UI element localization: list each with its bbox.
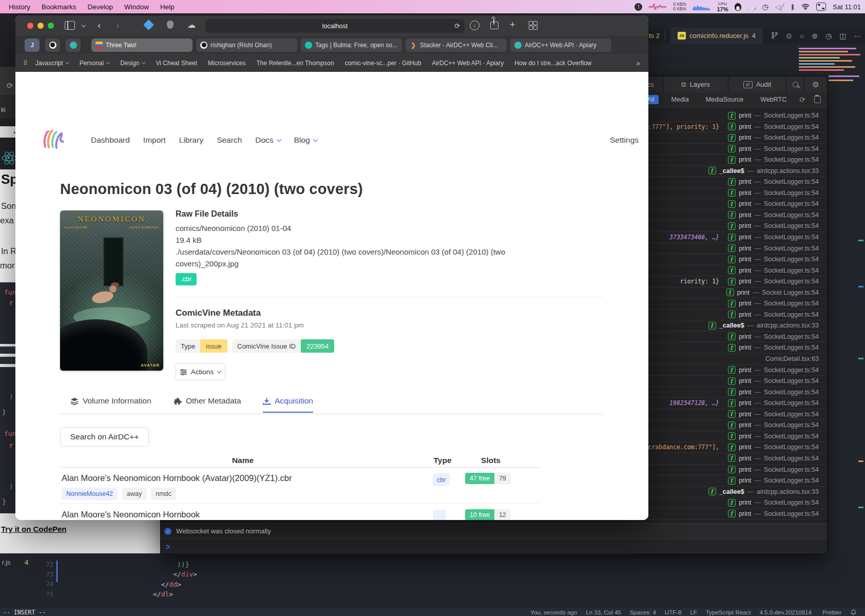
docker-icon[interactable]: ! bbox=[635, 3, 642, 11]
nav-link[interactable]: Blog bbox=[294, 136, 317, 145]
timeline-icon[interactable]: ◷ bbox=[825, 32, 832, 40]
address-bar[interactable]: localhost ⟳ bbox=[205, 19, 465, 33]
tab-acquisition[interactable]: Acquisition bbox=[263, 396, 313, 413]
console-filter-chip[interactable]: WebRTC bbox=[756, 95, 791, 104]
nav-back-icon[interactable]: ○ bbox=[800, 32, 804, 40]
shield-extension-icon[interactable] bbox=[167, 21, 174, 29]
menu-item[interactable]: Help bbox=[155, 3, 180, 11]
minimize-window-button[interactable] bbox=[37, 23, 44, 29]
code-line[interactable]: 72 ))} bbox=[31, 560, 647, 569]
network-speed[interactable]: 0 KB/s 0 KB/s bbox=[673, 2, 686, 11]
codepen-link[interactable]: Try it on CodePen bbox=[1, 525, 67, 533]
log-source-location[interactable]: Socket Logger.ts:54 bbox=[762, 289, 819, 296]
log-source-location[interactable]: SocketLogger.ts:54 bbox=[764, 211, 819, 219]
nav-forward-icon[interactable]: ⊚ bbox=[812, 32, 818, 40]
table-row[interactable]: Alan Moore's Neonomicon Hornbook benbras… bbox=[60, 504, 540, 520]
bookmarks-overflow-chevron[interactable]: » bbox=[636, 59, 640, 67]
status-item[interactable]: Spaces: 4 bbox=[630, 609, 656, 615]
open-changes-icon[interactable]: ⊙ bbox=[786, 32, 792, 40]
log-source-location[interactable]: SocketLogger.ts:54 bbox=[764, 234, 819, 241]
log-source-location[interactable]: SocketLogger.ts:54 bbox=[764, 444, 819, 451]
status-item[interactable]: Prettier bbox=[820, 609, 841, 615]
reload-icon[interactable]: ⟳ bbox=[454, 22, 460, 30]
bookmark-item[interactable]: Microservices bbox=[208, 60, 245, 67]
log-source-location[interactable]: SocketLogger.ts:54 bbox=[764, 278, 819, 285]
bookmark-item[interactable]: Vi Cheat Sheet bbox=[156, 60, 198, 67]
status-item[interactable]: 4.5.0-dev.20210814 bbox=[759, 609, 811, 615]
log-source-location[interactable]: SocketLogger.ts:54 bbox=[764, 344, 819, 351]
log-source-location[interactable]: SocketLogger.ts:54 bbox=[764, 256, 819, 263]
menu-item[interactable]: Develop bbox=[82, 3, 119, 11]
pinned-tab[interactable]: J bbox=[25, 38, 40, 52]
log-source-location[interactable]: SocketLogger.ts:54 bbox=[764, 389, 819, 396]
bluetooth-icon[interactable]: ᛒ bbox=[791, 3, 795, 11]
log-source-location[interactable]: SocketLogger.ts:54 bbox=[764, 411, 819, 418]
pinned-tab-github[interactable] bbox=[45, 38, 60, 52]
bookmark-item[interactable]: How do I stre...ack Overflow bbox=[514, 60, 591, 67]
log-source-location[interactable]: ComicDetail.tsx:63 bbox=[765, 355, 819, 362]
cpu-indicator[interactable]: CPU 17% bbox=[717, 2, 728, 12]
browser-tab[interactable]: rishighan (Rishi Ghan) bbox=[196, 38, 297, 52]
network-graph-icon[interactable] bbox=[693, 3, 710, 10]
nav-link-settings[interactable]: Settings bbox=[610, 136, 639, 145]
log-source-location[interactable]: SocketLogger.ts:54 bbox=[764, 433, 819, 440]
downloads-button[interactable]: ↓ bbox=[470, 21, 479, 30]
log-source-location[interactable]: SocketLogger.ts:54 bbox=[764, 189, 819, 197]
control-center-icon[interactable] bbox=[816, 3, 826, 11]
search-airdc-button[interactable]: Search on AirDC++ bbox=[60, 427, 149, 447]
tab-other-metadata[interactable]: Other Metadata bbox=[174, 396, 241, 406]
log-source-location[interactable]: SocketLogger.ts:54 bbox=[764, 134, 819, 141]
penguin-icon[interactable] bbox=[735, 3, 741, 11]
site-logo[interactable] bbox=[42, 129, 65, 150]
code-line[interactable]: 73 </div> bbox=[31, 569, 647, 579]
sidebar-chevron-icon[interactable] bbox=[82, 23, 86, 27]
bookmark-item[interactable]: Personal bbox=[80, 60, 109, 67]
bookmark-item[interactable]: comic-vine-sc...per · GitHub bbox=[345, 60, 421, 67]
log-source-location[interactable]: SocketLogger.ts:54 bbox=[764, 367, 819, 374]
log-source-location[interactable]: SocketLogger.ts:54 bbox=[764, 145, 819, 152]
log-source-location[interactable]: airdcpp.actions.tsx:33 bbox=[757, 322, 819, 329]
inspector-settings-button[interactable]: ⚙ bbox=[804, 76, 827, 92]
menu-item[interactable]: Window bbox=[119, 3, 155, 11]
bookmarks-grid-icon[interactable]: ⠿ bbox=[23, 60, 28, 67]
pinned-tab-apiary[interactable] bbox=[66, 38, 81, 52]
zoom-window-button[interactable] bbox=[48, 23, 54, 29]
log-source-location[interactable]: SocketLogger.ts:54 bbox=[764, 466, 819, 473]
split-editor-icon[interactable]: ◫ bbox=[839, 32, 846, 40]
status-item[interactable]: TypeScript React bbox=[706, 609, 751, 615]
actions-button[interactable]: Actions bbox=[176, 363, 225, 380]
table-row[interactable]: Alan Moore's Neonomicon Hornbook (Avatar… bbox=[60, 467, 540, 504]
code-line[interactable]: 75 </dl> bbox=[31, 589, 647, 599]
log-source-location[interactable]: SocketLogger.ts:54 bbox=[764, 300, 819, 307]
status-item[interactable]: UTF-8 bbox=[665, 609, 682, 615]
refresh-icon[interactable]: ⟳ bbox=[799, 95, 805, 104]
log-source-location[interactable]: SocketLogger.ts:54 bbox=[764, 311, 819, 318]
browser-tab[interactable]: Three Two! bbox=[91, 38, 193, 52]
log-source-location[interactable]: SocketLogger.ts:54 bbox=[764, 399, 819, 407]
log-source-location[interactable]: SocketLogger.ts:54 bbox=[764, 178, 819, 185]
log-source-location[interactable]: SocketLogger.ts:54 bbox=[764, 112, 819, 119]
tab-layers[interactable]: ⧉ Layers bbox=[663, 76, 728, 92]
share-button[interactable] bbox=[490, 22, 498, 29]
log-source-location[interactable]: SocketLogger.ts:54 bbox=[764, 455, 819, 462]
log-source-location[interactable]: SocketLogger.ts:54 bbox=[764, 421, 819, 429]
nav-link[interactable]: Dashboard bbox=[91, 136, 130, 145]
cloud-sync-icon[interactable]: ☁✓ bbox=[748, 3, 755, 11]
wifi-icon[interactable] bbox=[801, 4, 810, 10]
vscode-left-tab[interactable]: r.js bbox=[2, 559, 11, 566]
cloud-icon[interactable]: ☁ bbox=[187, 20, 196, 30]
trash-icon[interactable] bbox=[814, 96, 821, 103]
reload-icon[interactable]: ⟳ bbox=[7, 81, 13, 90]
git-branch-icon[interactable] bbox=[771, 32, 778, 39]
tab-volume-information[interactable]: Volume Information bbox=[70, 396, 151, 406]
log-source-location[interactable]: SocketLogger.ts:54 bbox=[764, 377, 819, 384]
time-machine-icon[interactable]: ◷ bbox=[762, 3, 768, 11]
log-source-location[interactable]: airdcpp.actions.tsx:33 bbox=[757, 488, 819, 495]
log-source-location[interactable]: SocketLogger.ts:54 bbox=[764, 477, 819, 484]
log-source-location[interactable]: SocketLogger.ts:54 bbox=[764, 222, 819, 229]
bookmark-item[interactable]: Design bbox=[120, 60, 145, 67]
console-filter-chip[interactable]: MediaSource bbox=[702, 95, 748, 104]
activity-graph-icon[interactable] bbox=[649, 3, 666, 10]
log-source-location[interactable]: airdcpp.actions.tsx:33 bbox=[757, 167, 819, 175]
menu-item[interactable]: History bbox=[3, 3, 36, 11]
